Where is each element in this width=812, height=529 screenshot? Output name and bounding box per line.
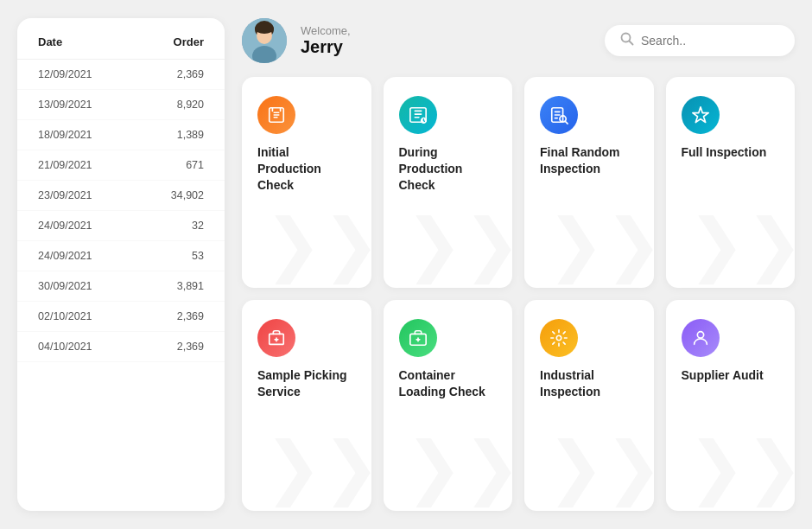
table-row: 12/09/2021 2,369 bbox=[17, 60, 225, 90]
table-row: 13/09/2021 8,920 bbox=[17, 90, 225, 120]
table-row: 30/09/2021 3,891 bbox=[17, 271, 225, 302]
left-panel: Date Order 12/09/2021 2,369 13/09/2021 8… bbox=[17, 18, 225, 511]
service-card-initial-production-check[interactable]: Initial Production Check ❯❯ bbox=[242, 77, 371, 288]
user-name: Jerry bbox=[301, 37, 351, 57]
row-order: 2,369 bbox=[177, 310, 204, 322]
industrial-inspection-icon bbox=[540, 319, 578, 357]
table-rows-container: 12/09/2021 2,369 13/09/2021 8,920 18/09/… bbox=[17, 60, 225, 362]
card-arrow-decoration: ❯❯ bbox=[264, 210, 371, 279]
row-order: 1,389 bbox=[177, 129, 204, 141]
service-grid: Initial Production Check ❯❯ During Produ… bbox=[242, 77, 795, 511]
initial-production-check-label: Initial Production Check bbox=[257, 144, 356, 194]
row-order: 3,891 bbox=[177, 280, 204, 292]
during-production-check-label: During Production Check bbox=[399, 144, 498, 194]
row-date: 24/09/2021 bbox=[38, 250, 92, 262]
service-card-container-loading-check[interactable]: Container Loading Check ❯❯ bbox=[384, 300, 513, 511]
row-date: 02/10/2021 bbox=[38, 310, 92, 322]
card-arrow-decoration: ❯❯ bbox=[547, 433, 654, 502]
table-row: 24/09/2021 53 bbox=[17, 241, 225, 271]
service-card-sample-picking-service[interactable]: Sample Picking Service ❯❯ bbox=[242, 300, 371, 511]
search-input[interactable] bbox=[641, 34, 779, 48]
card-arrow-decoration: ❯❯ bbox=[405, 210, 512, 279]
card-arrow-decoration: ❯❯ bbox=[405, 433, 512, 502]
table-row: 24/09/2021 32 bbox=[17, 211, 225, 241]
full-inspection-icon bbox=[682, 96, 720, 134]
greeting-label: Welcome, bbox=[301, 24, 351, 37]
table-row: 04/10/2021 2,369 bbox=[17, 332, 225, 362]
row-order: 2,369 bbox=[177, 68, 204, 80]
supplier-audit-label: Supplier Audit bbox=[682, 367, 780, 384]
table-row: 23/09/2021 34,902 bbox=[17, 181, 225, 211]
row-date: 24/09/2021 bbox=[38, 220, 92, 232]
avatar-image bbox=[242, 18, 287, 63]
svg-line-12 bbox=[565, 121, 568, 124]
row-order: 34,902 bbox=[171, 189, 204, 201]
avatar bbox=[242, 18, 287, 63]
service-card-final-random-inspection[interactable]: Final Random Inspection ❯❯ bbox=[524, 77, 654, 288]
during-production-check-icon bbox=[399, 96, 437, 134]
card-arrow-decoration: ❯❯ bbox=[688, 433, 795, 502]
card-arrow-decoration: ❯❯ bbox=[264, 433, 371, 502]
row-date: 23/09/2021 bbox=[38, 189, 92, 201]
search-icon bbox=[620, 32, 634, 49]
row-date: 12/09/2021 bbox=[38, 68, 92, 80]
row-date: 04/10/2021 bbox=[38, 341, 92, 353]
table-row: 21/09/2021 671 bbox=[17, 150, 225, 181]
supplier-audit-icon bbox=[682, 319, 720, 357]
svg-line-6 bbox=[630, 41, 633, 45]
sample-picking-service-label: Sample Picking Service bbox=[257, 367, 356, 400]
svg-point-4 bbox=[255, 23, 274, 34]
row-order: 671 bbox=[186, 159, 204, 171]
table-row: 02/10/2021 2,369 bbox=[17, 302, 225, 332]
svg-point-17 bbox=[697, 332, 703, 338]
row-date: 21/09/2021 bbox=[38, 159, 92, 171]
row-date: 18/09/2021 bbox=[38, 129, 92, 141]
container-loading-check-label: Container Loading Check bbox=[399, 367, 498, 400]
service-card-industrial-inspection[interactable]: Industrial Inspection ❯❯ bbox=[524, 300, 654, 511]
row-date: 30/09/2021 bbox=[38, 280, 92, 292]
row-order: 32 bbox=[192, 220, 204, 232]
search-bar[interactable] bbox=[605, 25, 795, 56]
row-order: 53 bbox=[192, 250, 204, 262]
table-row: 18/09/2021 1,389 bbox=[17, 120, 225, 150]
app-container: Date Order 12/09/2021 2,369 13/09/2021 8… bbox=[17, 18, 795, 511]
full-inspection-label: Full Inspection bbox=[682, 144, 780, 161]
service-card-during-production-check[interactable]: During Production Check ❯❯ bbox=[384, 77, 513, 288]
final-random-inspection-icon bbox=[540, 96, 578, 134]
initial-production-check-icon bbox=[257, 96, 295, 134]
card-arrow-decoration: ❯❯ bbox=[688, 210, 795, 279]
col-date: Date bbox=[38, 35, 62, 48]
col-order: Order bbox=[174, 35, 204, 48]
svg-point-16 bbox=[556, 335, 561, 341]
row-order: 8,920 bbox=[177, 99, 204, 111]
right-panel: Welcome, Jerry Initial Production Check bbox=[242, 18, 795, 511]
welcome-text: Welcome, Jerry bbox=[301, 24, 351, 57]
final-random-inspection-label: Final Random Inspection bbox=[540, 144, 638, 177]
industrial-inspection-label: Industrial Inspection bbox=[540, 367, 638, 400]
row-order: 2,369 bbox=[177, 341, 204, 353]
row-date: 13/09/2021 bbox=[38, 99, 92, 111]
service-card-supplier-audit[interactable]: Supplier Audit ❯❯ bbox=[666, 300, 796, 511]
service-card-full-inspection[interactable]: Full Inspection ❯❯ bbox=[666, 77, 796, 288]
container-loading-check-icon bbox=[399, 319, 437, 357]
card-arrow-decoration: ❯❯ bbox=[547, 210, 654, 279]
sample-picking-service-icon bbox=[257, 319, 295, 357]
top-bar: Welcome, Jerry bbox=[242, 18, 795, 63]
table-header: Date Order bbox=[17, 35, 225, 60]
